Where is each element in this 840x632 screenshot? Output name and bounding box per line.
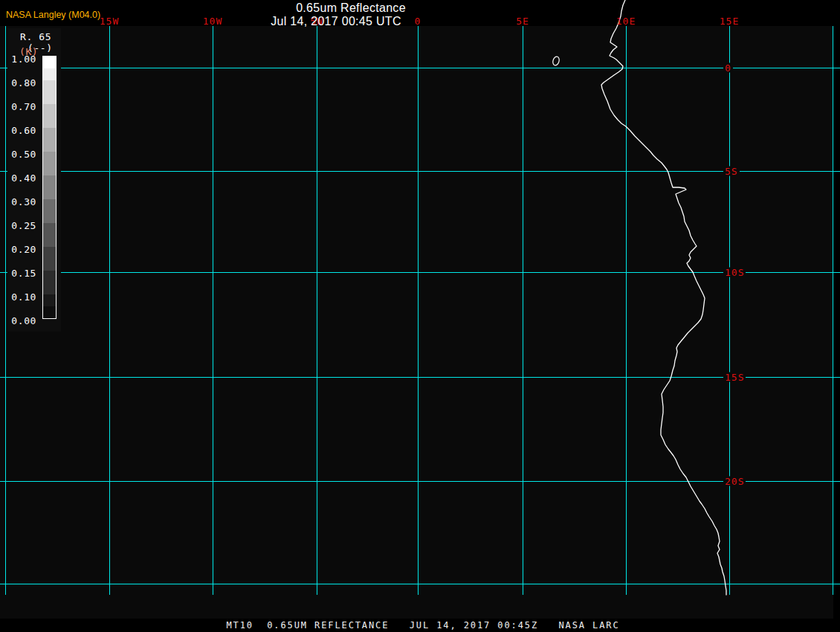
colorbar-segment xyxy=(43,271,56,294)
africa-coastline xyxy=(601,0,726,595)
colorbar-gradient xyxy=(42,56,56,319)
colorbar-segment xyxy=(43,247,56,271)
colorbar-segment xyxy=(43,57,56,68)
island-outline xyxy=(552,56,560,66)
colorbar-segment xyxy=(43,152,56,175)
colorbar-title: R. 65 xyxy=(20,31,51,42)
colorbar-segment xyxy=(43,306,56,318)
footer-caption: MT10 0.65UM REFLECTANCE JUL 14, 2017 00:… xyxy=(226,620,619,631)
colorbar-segment xyxy=(43,175,56,199)
colorbar-segment xyxy=(43,104,56,128)
colorbar-segment xyxy=(43,294,56,306)
colorbar-unit-overlay: (K) xyxy=(19,46,38,57)
map-canvas xyxy=(0,0,840,632)
colorbar-segment xyxy=(43,128,56,152)
colorbar-segment xyxy=(43,223,56,247)
source-label: NASA Langley (M04.0) xyxy=(6,10,100,20)
colorbar-segment xyxy=(43,80,56,104)
satellite-viewer: 15W10W5W05E10E15E05S10S15S20S 0.65um Ref… xyxy=(0,0,840,632)
colorbar-segment xyxy=(43,199,56,223)
colorbar-segment xyxy=(43,68,56,80)
